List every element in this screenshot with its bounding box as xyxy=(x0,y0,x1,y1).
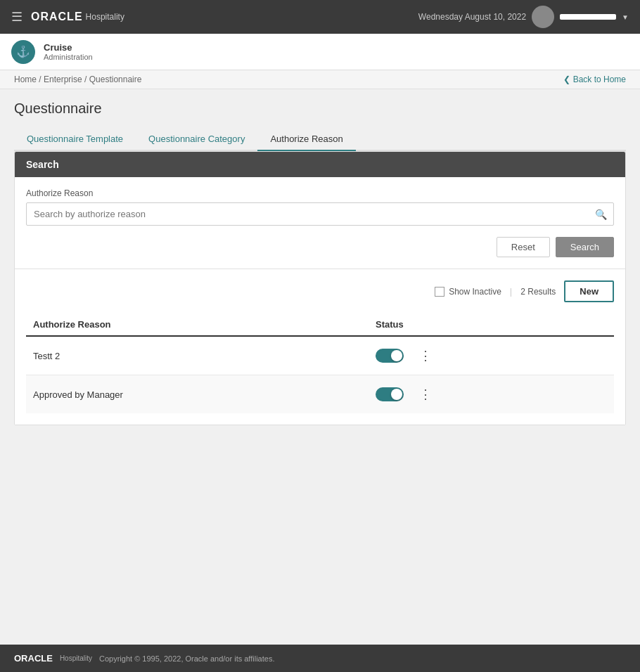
back-to-home-link[interactable]: ❮ Back to Home xyxy=(563,75,626,84)
footer-copyright: Copyright © 1995, 2022, Oracle and/or it… xyxy=(99,654,274,663)
results-table: Authorize Reason Status Testt 2⋮Approved… xyxy=(26,314,614,413)
row-menu-icon[interactable]: ⋮ xyxy=(415,345,436,366)
status-cell: ⋮ xyxy=(369,375,614,414)
hamburger-icon[interactable]: ☰ xyxy=(11,9,23,25)
oracle-text: ORACLE xyxy=(31,11,83,23)
footer-hospitality-label: Hospitality xyxy=(60,654,92,662)
avatar-icon: ⚓ xyxy=(16,45,30,58)
toggle-track xyxy=(376,349,404,363)
app-subtitle: Administration xyxy=(44,53,93,61)
show-inactive-label: Show Inactive xyxy=(449,287,501,297)
status-col: ⋮ xyxy=(376,384,607,405)
search-body: Authorize Reason 🔍 Reset Search xyxy=(15,177,625,269)
search-button[interactable]: Search xyxy=(556,237,614,257)
tab-questionnaire-template[interactable]: Questionnaire Template xyxy=(14,128,136,151)
table-row: Approved by Manager⋮ xyxy=(26,375,614,414)
main-panel: Search Authorize Reason 🔍 Reset Search S… xyxy=(14,151,626,425)
row-menu-icon[interactable]: ⋮ xyxy=(415,384,436,405)
authorize-reason-field-label: Authorize Reason xyxy=(26,188,614,198)
search-icon: 🔍 xyxy=(595,209,607,220)
header-right: Wednesday August 10, 2022 ▼ xyxy=(418,6,629,28)
status-toggle[interactable] xyxy=(376,349,404,363)
toggle-thumb xyxy=(391,389,402,400)
authorize-reason-cell: Approved by Manager xyxy=(26,375,369,414)
tab-questionnaire-category[interactable]: Questionnaire Category xyxy=(136,128,257,151)
date-label: Wednesday August 10, 2022 xyxy=(418,12,526,22)
top-header: ☰ ORACLE Hospitality Wednesday August 10… xyxy=(0,0,640,34)
toggle-track xyxy=(376,387,404,401)
results-count: 2 Results xyxy=(520,287,556,297)
breadcrumb-bar: Home / Enterprise / Questionnaire ❮ Back… xyxy=(0,70,640,89)
oracle-hospitality-label: Hospitality xyxy=(86,12,124,22)
status-toggle[interactable] xyxy=(376,387,404,401)
status-col: ⋮ xyxy=(376,345,607,366)
col-header-authorize-reason: Authorize Reason xyxy=(26,314,369,336)
breadcrumb: Home / Enterprise / Questionnaire xyxy=(14,75,141,84)
search-buttons: Reset Search xyxy=(26,237,614,257)
results-section: Show Inactive | 2 Results New Authorize … xyxy=(15,269,625,425)
tabs-bar: Questionnaire Template Questionnaire Cat… xyxy=(14,128,626,151)
show-inactive-checkbox[interactable] xyxy=(435,287,444,297)
new-button[interactable]: New xyxy=(564,280,614,302)
authorize-reason-cell: Testt 2 xyxy=(26,336,369,375)
reset-button[interactable]: Reset xyxy=(497,237,550,257)
user-avatar xyxy=(532,6,554,28)
user-name-box xyxy=(560,14,616,20)
col-header-status: Status xyxy=(369,314,614,336)
app-title-block: Cruise Administration xyxy=(44,42,93,61)
status-cell: ⋮ xyxy=(369,336,614,375)
show-inactive-wrap: Show Inactive xyxy=(435,287,501,297)
footer-oracle-text: ORACLE xyxy=(14,653,53,664)
app-avatar: ⚓ xyxy=(11,40,35,64)
page-title: Questionnaire xyxy=(14,101,626,117)
toggle-thumb xyxy=(391,350,402,361)
results-toolbar: Show Inactive | 2 Results New xyxy=(26,280,614,302)
tab-authorize-reason[interactable]: Authorize Reason xyxy=(257,128,355,151)
search-input[interactable] xyxy=(26,202,614,226)
search-section-header: Search xyxy=(15,152,625,177)
sub-header: ⚓ Cruise Administration xyxy=(0,34,640,70)
table-row: Testt 2⋮ xyxy=(26,336,614,375)
oracle-logo: ORACLE Hospitality xyxy=(31,11,124,23)
footer: ORACLE Hospitality Copyright © 1995, 202… xyxy=(0,645,640,672)
table-header-row: Authorize Reason Status xyxy=(26,314,614,336)
app-title: Cruise xyxy=(44,42,93,53)
header-left: ☰ ORACLE Hospitality xyxy=(11,9,124,25)
page-content: Questionnaire Questionnaire Template Que… xyxy=(0,89,640,645)
search-section-title: Search xyxy=(26,159,59,170)
search-input-wrap: 🔍 xyxy=(26,202,614,226)
user-dropdown-icon[interactable]: ▼ xyxy=(622,13,629,21)
